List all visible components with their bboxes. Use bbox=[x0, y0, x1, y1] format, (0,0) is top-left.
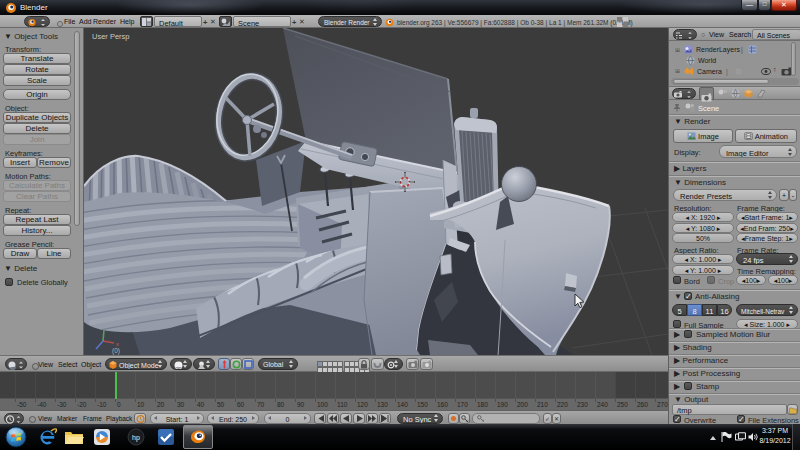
svg-text:hp: hp bbox=[132, 434, 140, 442]
